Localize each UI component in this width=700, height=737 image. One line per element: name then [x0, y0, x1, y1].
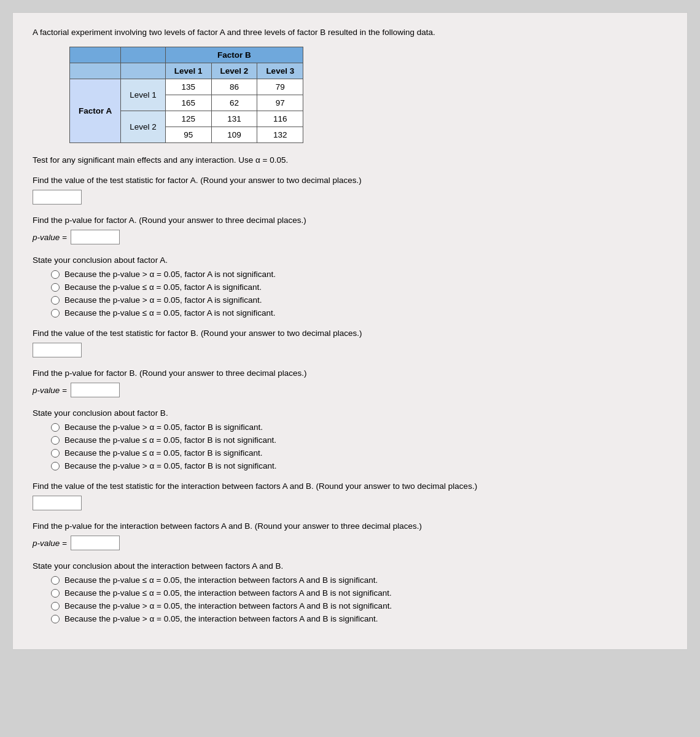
- interaction-stat-input[interactable]: [33, 496, 82, 510]
- interaction-radio-group: Because the p-value ≤ α = 0.05, the inte…: [51, 575, 667, 623]
- data-cell-3-3: 116: [257, 111, 303, 127]
- interaction-pvalue-equals: p-value =: [33, 539, 67, 548]
- interaction-conclusion-section: State your conclusion about the interact…: [33, 561, 667, 623]
- factor-b-pvalue-row: p-value =: [33, 383, 667, 397]
- radio-circle-i1[interactable]: [51, 576, 60, 585]
- interaction-option-1-text: Because the p-value ≤ α = 0.05, the inte…: [64, 575, 378, 585]
- interaction-option-2[interactable]: Because the p-value ≤ α = 0.05, the inte…: [51, 588, 667, 598]
- interaction-option-1[interactable]: Because the p-value ≤ α = 0.05, the inte…: [51, 575, 667, 585]
- factor-a-option-2[interactable]: Because the p-value ≤ α = 0.05, factor A…: [51, 283, 667, 292]
- interaction-pvalue-input[interactable]: [71, 536, 120, 550]
- factor-b-option-1[interactable]: Because the p-value > α = 0.05, factor B…: [51, 423, 667, 432]
- empty-cell-2: [121, 47, 166, 63]
- factor-b-option-4-text: Because the p-value > α = 0.05, factor B…: [64, 461, 277, 470]
- empty-subheader-2: [121, 63, 166, 79]
- table-row: Factor A Level 1 135 86 79: [70, 79, 303, 95]
- empty-cell-1: [70, 47, 121, 63]
- factor-b-conclusion-label: State your conclusion about factor B.: [33, 408, 667, 418]
- factor-a-option-2-text: Because the p-value ≤ α = 0.05, factor A…: [64, 283, 262, 292]
- interaction-pvalue-row: p-value =: [33, 536, 667, 550]
- data-cell-2-1: 165: [165, 95, 211, 111]
- radio-circle-b2[interactable]: [51, 436, 60, 445]
- interaction-option-4-text: Because the p-value > α = 0.05, the inte…: [64, 614, 378, 623]
- factor-b-stat-section: Find the value of the test statistic for…: [33, 329, 667, 357]
- interaction-conclusion-label: State your conclusion about the interact…: [33, 561, 667, 571]
- empty-subheader-1: [70, 63, 121, 79]
- test-instruction-section: Test for any significant main effects an…: [33, 155, 667, 165]
- data-cell-4-3: 132: [257, 127, 303, 143]
- factor-a-cell: Factor A: [70, 79, 121, 143]
- factor-a-conclusion-label: State your conclusion about factor A.: [33, 255, 667, 265]
- factor-b-option-3[interactable]: Because the p-value ≤ α = 0.05, factor B…: [51, 448, 667, 458]
- radio-circle-a4[interactable]: [51, 309, 60, 318]
- factor-a-option-1[interactable]: Because the p-value > α = 0.05, factor A…: [51, 270, 667, 279]
- factor-b-stat-label: Find the value of the test statistic for…: [33, 329, 667, 338]
- col-level2-header: Level 2: [211, 63, 257, 79]
- data-cell-2-2: 62: [211, 95, 257, 111]
- radio-circle-b1[interactable]: [51, 423, 60, 432]
- row-level1-cell: Level 1: [121, 79, 166, 111]
- interaction-option-4[interactable]: Because the p-value > α = 0.05, the inte…: [51, 614, 667, 623]
- factor-b-stat-input[interactable]: [33, 343, 82, 357]
- interaction-pvalue-section: Find the p-value for the interaction bet…: [33, 521, 667, 550]
- radio-circle-a1[interactable]: [51, 270, 60, 279]
- row-level2-cell: Level 2: [121, 111, 166, 143]
- factor-b-option-4[interactable]: Because the p-value > α = 0.05, factor B…: [51, 461, 667, 470]
- interaction-option-3[interactable]: Because the p-value > α = 0.05, the inte…: [51, 601, 667, 610]
- factor-a-pvalue-row: p-value =: [33, 230, 667, 244]
- factor-a-pvalue-input[interactable]: [71, 230, 120, 244]
- interaction-stat-section: Find the value of the test statistic for…: [33, 482, 667, 510]
- col-level1-header: Level 1: [165, 63, 211, 79]
- factor-a-option-1-text: Because the p-value > α = 0.05, factor A…: [64, 270, 276, 279]
- factor-b-pvalue-section: Find the p-value for factor B. (Round yo…: [33, 368, 667, 397]
- factor-a-conclusion-section: State your conclusion about factor A. Be…: [33, 255, 667, 318]
- radio-circle-i3[interactable]: [51, 602, 60, 610]
- radio-circle-i2[interactable]: [51, 589, 60, 598]
- radio-circle-a2[interactable]: [51, 283, 60, 292]
- data-cell-4-2: 109: [211, 127, 257, 143]
- interaction-option-2-text: Because the p-value ≤ α = 0.05, the inte…: [64, 588, 392, 598]
- factor-b-conclusion-section: State your conclusion about factor B. Be…: [33, 408, 667, 470]
- data-cell-3-1: 125: [165, 111, 211, 127]
- factor-a-option-4[interactable]: Because the p-value ≤ α = 0.05, factor A…: [51, 308, 667, 318]
- data-cell-1-3: 79: [257, 79, 303, 95]
- data-cell-3-2: 131: [211, 111, 257, 127]
- col-level3-header: Level 3: [257, 63, 303, 79]
- factor-a-option-4-text: Because the p-value ≤ α = 0.05, factor A…: [64, 308, 276, 318]
- factor-a-pvalue-label: Find the p-value for factor A. (Round yo…: [33, 216, 667, 225]
- interaction-pvalue-label: Find the p-value for the interaction bet…: [33, 521, 667, 531]
- interaction-option-3-text: Because the p-value > α = 0.05, the inte…: [64, 601, 392, 610]
- factor-a-pvalue-section: Find the p-value for factor A. (Round yo…: [33, 216, 667, 244]
- intro-text: A factorial experiment involving two lev…: [33, 28, 667, 37]
- interaction-stat-label: Find the value of the test statistic for…: [33, 482, 667, 491]
- data-cell-4-1: 95: [165, 127, 211, 143]
- factor-a-option-3-text: Because the p-value > α = 0.05, factor A…: [64, 295, 262, 305]
- factor-a-radio-group: Because the p-value > α = 0.05, factor A…: [51, 270, 667, 318]
- radio-circle-b3[interactable]: [51, 449, 60, 458]
- data-table-wrapper: Factor B Level 1 Level 2 Level 3 Factor …: [33, 47, 667, 143]
- test-instruction-text: Test for any significant main effects an…: [33, 155, 667, 165]
- radio-circle-b4[interactable]: [51, 462, 60, 470]
- factor-a-stat-input[interactable]: [33, 190, 82, 205]
- data-cell-1-1: 135: [165, 79, 211, 95]
- factor-b-header: Factor B: [165, 47, 303, 63]
- factor-a-option-3[interactable]: Because the p-value > α = 0.05, factor A…: [51, 295, 667, 305]
- factor-b-pvalue-label: Find the p-value for factor B. (Round yo…: [33, 368, 667, 378]
- factor-a-pvalue-equals: p-value =: [33, 233, 67, 242]
- factor-b-pvalue-input[interactable]: [71, 383, 120, 397]
- factor-b-pvalue-equals: p-value =: [33, 386, 67, 395]
- radio-circle-a3[interactable]: [51, 296, 60, 305]
- data-cell-2-3: 97: [257, 95, 303, 111]
- data-table: Factor B Level 1 Level 2 Level 3 Factor …: [69, 47, 303, 143]
- factor-a-stat-section: Find the value of the test statistic for…: [33, 176, 667, 205]
- data-cell-1-2: 86: [211, 79, 257, 95]
- factor-b-radio-group: Because the p-value > α = 0.05, factor B…: [51, 423, 667, 470]
- factor-a-stat-label: Find the value of the test statistic for…: [33, 176, 667, 185]
- factor-b-option-2-text: Because the p-value ≤ α = 0.05, factor B…: [64, 435, 276, 445]
- factor-b-option-2[interactable]: Because the p-value ≤ α = 0.05, factor B…: [51, 435, 667, 445]
- factor-b-option-3-text: Because the p-value ≤ α = 0.05, factor B…: [64, 448, 263, 458]
- main-page: A factorial experiment involving two lev…: [12, 12, 688, 650]
- radio-circle-i4[interactable]: [51, 615, 60, 623]
- factor-b-option-1-text: Because the p-value > α = 0.05, factor B…: [64, 423, 263, 432]
